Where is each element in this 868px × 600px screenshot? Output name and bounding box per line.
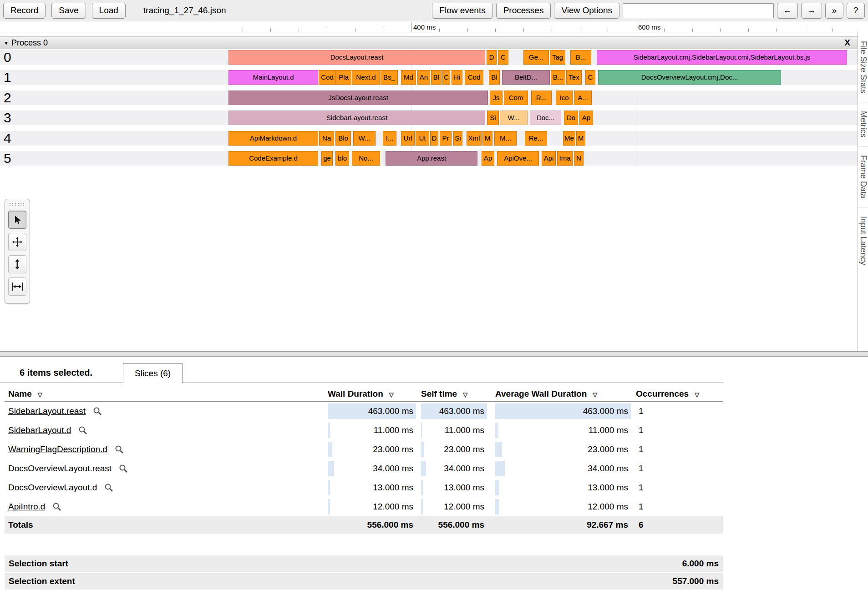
timeline-slice[interactable]: An [417, 70, 430, 85]
timeline-slice[interactable]: Do [564, 111, 578, 125]
timeline-slice[interactable]: Si [487, 111, 499, 125]
timeline-slice[interactable]: App.reast [386, 151, 477, 166]
timeline-slice[interactable]: Next.d [352, 70, 380, 85]
side-tab-frame-data[interactable]: Frame Data [858, 146, 868, 207]
magnifier-icon[interactable] [78, 426, 87, 435]
processes-button[interactable]: Processes [496, 3, 551, 19]
timeline-slice[interactable]: Blo [335, 131, 351, 146]
find-next-button[interactable]: → [801, 3, 822, 19]
side-tab-input-latency[interactable]: Input Latency [858, 207, 868, 274]
timeline-slice[interactable]: blo [335, 151, 349, 166]
timeline-slice[interactable]: No... [352, 151, 380, 166]
slice-name-link[interactable]: DocsOverviewLayout.reast [8, 459, 112, 478]
timeline-slice[interactable]: ApiMarkdown.d [228, 131, 318, 146]
timeline-slice[interactable]: B... [570, 50, 591, 65]
sort-triangle-icon[interactable]: ▽ [38, 391, 42, 398]
column-header-average-wall-duration[interactable]: Average Wall Duration▽ [495, 386, 631, 402]
timeline-slice[interactable]: Tag [550, 50, 565, 65]
slice-name-link[interactable]: WarningFlagDescription.d [8, 440, 107, 459]
timeline-slice[interactable]: Cod [319, 70, 336, 85]
timeline-slice[interactable]: Me [563, 131, 575, 146]
column-header-occurrences[interactable]: Occurrences▽ [636, 386, 723, 402]
timeline-slice[interactable]: Ut [416, 131, 429, 146]
timeline-slice[interactable]: Bs_ [381, 70, 398, 85]
magnifier-icon[interactable] [104, 483, 113, 492]
timeline-slice[interactable]: I... [383, 131, 396, 146]
side-tab-metrics[interactable]: Metrics [858, 102, 868, 146]
timeline-slice[interactable]: B... [551, 70, 565, 85]
tab-slices[interactable]: Slices (6) [123, 363, 183, 383]
pan-tool-button[interactable] [8, 233, 26, 251]
magnifier-icon[interactable] [119, 464, 128, 473]
slice-name-link[interactable]: SidebarLayout.d [8, 421, 71, 440]
process-close-button[interactable]: X [844, 38, 853, 48]
slice-name-link[interactable]: SidebarLayout.reast [8, 402, 86, 421]
timeline-slice[interactable]: Na [319, 131, 334, 146]
timeline-slice[interactable]: N [574, 151, 584, 166]
timeline-slice[interactable]: Re... [525, 131, 547, 146]
timeline-slice[interactable]: D [487, 50, 497, 65]
timeline-slice[interactable]: CodeExample.d [228, 151, 318, 166]
timeline-slice[interactable]: Ge... [523, 50, 549, 65]
slice-name-link[interactable]: DocsOverviewLayout.d [8, 478, 97, 497]
help-button[interactable]: ? [847, 3, 865, 19]
timeline-slice[interactable]: DocsOverviewLayout.cmj,Doc... [598, 70, 781, 85]
sort-triangle-icon[interactable]: ▽ [695, 391, 699, 398]
timeline-slice[interactable]: C [585, 70, 595, 85]
timeline-slice[interactable]: Url [401, 131, 415, 146]
timing-tool-button[interactable] [8, 277, 26, 296]
timeline-slice[interactable]: Cod [465, 70, 483, 85]
selection-tool-button[interactable] [8, 211, 26, 229]
sort-triangle-icon[interactable]: ▽ [389, 391, 394, 398]
process-header[interactable]: ▾ Process 0 X [0, 36, 858, 49]
timeline-slice[interactable]: M [482, 131, 492, 146]
timeline-slice[interactable]: SidebarLayout.cmj,SidebarLayout.cmi,Side… [597, 50, 847, 65]
timeline-slice[interactable]: A... [574, 91, 592, 105]
timeline-slice[interactable]: SidebarLayout.reast [228, 111, 485, 125]
record-button[interactable]: Record [3, 3, 46, 19]
timeline-slice[interactable]: W... [353, 131, 376, 146]
timeline-slice[interactable]: Pr [440, 131, 452, 146]
side-tab-file-size-stats[interactable]: File Size Stats [858, 32, 868, 102]
timeline-slice[interactable]: M... [494, 131, 517, 146]
column-header-wall-duration[interactable]: Wall Duration▽ [328, 386, 416, 402]
timeline-slice[interactable]: Xml [467, 131, 482, 146]
column-header-name[interactable]: Name▽ [5, 386, 328, 402]
palette-drag-handle[interactable] [9, 202, 26, 207]
timeline-slice[interactable]: Doc... [530, 111, 561, 125]
flow-events-button[interactable]: Flow events [432, 3, 492, 19]
timeline-slice[interactable]: MainLayout.d [228, 70, 318, 85]
timeline-slice[interactable]: JsDocsLayout.reast [228, 91, 488, 105]
flame-chart[interactable]: 0DocsLayout.reastDCGe...TagB...SidebarLa… [0, 49, 858, 351]
timeline-slice[interactable]: Ap [482, 151, 494, 166]
timeline-slice[interactable]: Bl [489, 70, 500, 85]
sort-triangle-icon[interactable]: ▽ [463, 391, 467, 398]
timeline-slice[interactable]: ApiOve... [497, 151, 539, 166]
column-header-self-time[interactable]: Self time▽ [421, 386, 487, 402]
timeline-slice[interactable]: Com [504, 91, 528, 105]
timeline-slice[interactable]: Tex [566, 70, 582, 85]
panel-splitter[interactable] [0, 351, 868, 357]
collapse-chevron-icon[interactable]: ▾ [5, 39, 8, 46]
magnifier-icon[interactable] [115, 445, 124, 454]
magnifier-icon[interactable] [52, 502, 61, 511]
timeline-slice[interactable]: C [498, 50, 508, 65]
timeline-slice[interactable]: M [576, 131, 585, 146]
timeline-slice[interactable]: Hi [452, 70, 462, 85]
timeline-slice[interactable]: Ico [556, 91, 573, 105]
timeline-slice[interactable]: DocsLayout.reast [228, 50, 485, 65]
load-button[interactable]: Load [92, 3, 126, 19]
timeline-slice[interactable]: Api [542, 151, 556, 166]
timeline-slice[interactable]: Js [490, 91, 503, 105]
timeline-slice[interactable]: Bl [431, 70, 442, 85]
timeline-slice[interactable]: D [430, 131, 438, 146]
timeline-slice[interactable]: W... [500, 111, 528, 125]
view-options-button[interactable]: View Options [554, 3, 619, 19]
timeline-slice[interactable]: Si [453, 131, 462, 146]
find-previous-button[interactable]: ← [777, 3, 798, 19]
sort-triangle-icon[interactable]: ▽ [593, 391, 597, 398]
timeline-slice[interactable]: R... [531, 91, 552, 105]
slice-name-link[interactable]: ApiIntro.d [8, 497, 45, 516]
timeline-ruler[interactable]: 400 ms600 ms [0, 22, 858, 32]
vertical-zoom-tool-button[interactable] [8, 255, 26, 273]
